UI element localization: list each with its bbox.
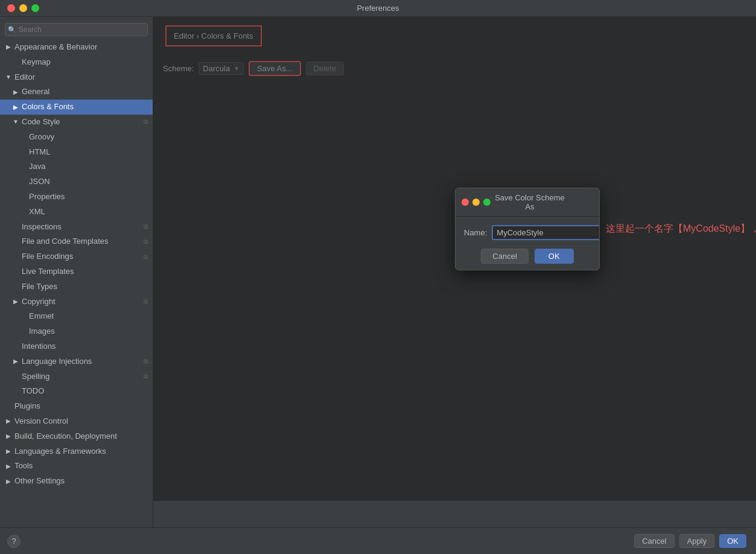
sidebar-item-label: Java — [29, 161, 45, 173]
window-title: Preferences — [357, 4, 399, 13]
arrow-icon: ▶ — [5, 416, 12, 426]
sidebar-item-keymap[interactable]: Keymap — [0, 55, 153, 70]
sidebar-item-colors-fonts[interactable]: ▶ Colors & Fonts — [0, 100, 153, 115]
dialog-ok-button[interactable]: OK — [535, 249, 574, 264]
sidebar-item-label: Editor — [14, 71, 35, 84]
sidebar-item-appearance-behavior[interactable]: ▶ Appearance & Behavior — [0, 40, 153, 55]
dialog-name-label: Name: — [464, 228, 487, 237]
sidebar-item-label: Spelling — [22, 371, 49, 383]
sidebar-item-label: XML — [29, 206, 45, 218]
dialog-name-row: Name: — [464, 225, 591, 240]
arrow-icon: ▶ — [5, 431, 12, 441]
sidebar-item-spelling[interactable]: Spelling ⧉ — [0, 369, 153, 384]
dialog-minimize-button[interactable] — [472, 199, 480, 206]
sidebar-item-plugins[interactable]: Plugins — [0, 399, 153, 414]
sidebar-item-languages[interactable]: ▶ Languages & Frameworks — [0, 444, 153, 459]
minimize-button[interactable] — [19, 4, 27, 12]
copy-icon: ⧉ — [144, 357, 148, 366]
window-controls — [7, 4, 39, 12]
arrow-icon: ▶ — [5, 447, 12, 456]
dialog-title: Save Color Scheme As — [494, 193, 593, 211]
sidebar-item-label: Tools — [14, 460, 33, 473]
sidebar-item-emmet[interactable]: Emmet — [0, 309, 153, 324]
sidebar-item-editor[interactable]: ▼ Editor — [0, 70, 153, 85]
sidebar-item-label: Colors & Fonts — [22, 101, 74, 113]
dialog-buttons: Cancel OK — [464, 249, 591, 264]
sidebar-item-file-encodings[interactable]: File Encodings ⧉ — [0, 249, 153, 264]
sidebar-item-live-templates[interactable]: Live Templates — [0, 264, 153, 279]
dialog-cancel-button[interactable]: Cancel — [481, 249, 528, 264]
help-button[interactable]: ? — [7, 535, 21, 548]
sidebar-item-label: Code Style — [22, 116, 60, 129]
arrow-icon: ▼ — [5, 72, 12, 82]
copy-icon: ⧉ — [144, 237, 148, 247]
arrow-icon: ▶ — [12, 88, 19, 97]
sidebar-item-file-code-templates[interactable]: File and Code Templates ⧉ — [0, 234, 153, 249]
arrow-icon: ▶ — [12, 103, 19, 112]
arrow-icon: ▶ — [12, 297, 19, 307]
sidebar-item-label: General — [22, 86, 49, 98]
sidebar-item-label: Groovy — [29, 131, 54, 144]
sidebar-item-intentions[interactable]: Intentions — [0, 339, 153, 354]
arrow-icon: ▼ — [12, 117, 19, 127]
arrow-icon: ▶ — [5, 477, 12, 486]
sidebar-item-version-control[interactable]: ▶ Version Control — [0, 414, 153, 429]
sidebar-item-label: Appearance & Behavior — [14, 41, 97, 54]
copy-icon: ⧉ — [144, 117, 148, 127]
sidebar-item-inspections[interactable]: Inspections ⧉ — [0, 220, 153, 235]
sidebar-item-label: Emmet — [29, 310, 54, 323]
dialog-maximize-button[interactable] — [483, 199, 491, 206]
sidebar-item-label: Languages & Frameworks — [14, 445, 106, 458]
sidebar-item-properties[interactable]: Properties — [0, 189, 153, 205]
ok-button[interactable]: OK — [719, 534, 746, 548]
cancel-button[interactable]: Cancel — [634, 534, 674, 548]
sidebar-item-label: Other Settings — [14, 475, 65, 488]
sidebar: 🔍 ▶ Appearance & Behavior Keymap ▼ Edito… — [0, 17, 153, 527]
sidebar-item-xml[interactable]: XML — [0, 205, 153, 220]
sidebar-item-other-settings[interactable]: ▶ Other Settings — [0, 474, 153, 489]
apply-button[interactable]: Apply — [679, 534, 715, 548]
sidebar-item-label: JSON — [29, 176, 50, 188]
sidebar-item-tools[interactable]: ▶ Tools — [0, 459, 153, 474]
bottom-bar: ? Cancel Apply OK — [0, 527, 756, 554]
title-bar: Preferences — [0, 0, 756, 17]
dialog-title-bar: Save Color Scheme As — [456, 188, 599, 217]
sidebar-item-file-types[interactable]: File Types — [0, 279, 153, 295]
sidebar-item-label: Images — [29, 325, 55, 338]
arrow-icon: ▶ — [5, 42, 12, 52]
sidebar-item-label: Live Templates — [22, 266, 74, 278]
dialog-name-input[interactable] — [492, 225, 600, 240]
sidebar-item-language-injections[interactable]: ▶ Language Injections ⧉ — [0, 354, 153, 369]
sidebar-item-label: HTML — [29, 146, 50, 159]
arrow-icon: ▶ — [12, 357, 19, 366]
maximize-button[interactable] — [31, 4, 39, 12]
search-input[interactable] — [5, 23, 148, 36]
search-icon: 🔍 — [8, 26, 16, 34]
sidebar-item-label: File Encodings — [22, 250, 73, 263]
sidebar-item-label: Copyright — [22, 296, 56, 308]
sidebar-item-build-exec[interactable]: ▶ Build, Execution, Deployment — [0, 429, 153, 444]
sidebar-item-json[interactable]: JSON — [0, 174, 153, 189]
sidebar-item-label: File Types — [22, 281, 57, 293]
search-box[interactable]: 🔍 — [5, 23, 148, 36]
sidebar-item-label: Intentions — [22, 340, 56, 353]
sidebar-item-copyright[interactable]: ▶ Copyright ⧉ — [0, 295, 153, 310]
sidebar-item-html[interactable]: HTML — [0, 145, 153, 160]
sidebar-item-code-style[interactable]: ▼ Code Style ⧉ — [0, 115, 153, 130]
close-button[interactable] — [7, 4, 15, 12]
sidebar-item-label: File and Code Templates — [22, 235, 109, 248]
sidebar-item-label: Version Control — [14, 415, 68, 428]
sidebar-item-general[interactable]: ▶ General — [0, 84, 153, 100]
dialog-close-button[interactable] — [462, 199, 469, 206]
sidebar-item-label: TODO — [22, 385, 44, 398]
save-color-scheme-dialog: Save Color Scheme As Name: Cancel OK — [455, 188, 600, 270]
copy-icon: ⧉ — [144, 252, 148, 262]
sidebar-item-todo[interactable]: TODO — [0, 384, 153, 399]
sidebar-item-java[interactable]: Java — [0, 159, 153, 174]
arrow-icon: ▶ — [5, 462, 12, 471]
sidebar-item-groovy[interactable]: Groovy — [0, 130, 153, 145]
sidebar-item-label: Language Injections — [22, 355, 92, 368]
copy-icon: ⧉ — [144, 372, 148, 381]
sidebar-item-images[interactable]: Images — [0, 324, 153, 339]
content-area: Editor › Colors & Fonts Scheme: Darcula … — [153, 17, 756, 527]
